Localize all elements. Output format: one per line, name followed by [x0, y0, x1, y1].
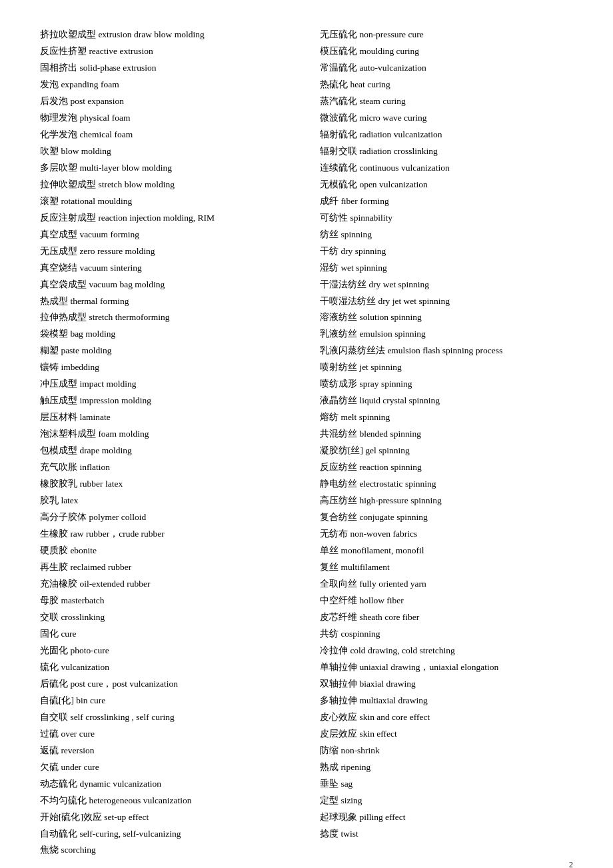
- list-item: 硫化 vulcanization: [40, 659, 293, 676]
- list-item: 凝胶纺[丝] gel spinning: [320, 443, 573, 459]
- list-item: 橡胶胶乳 rubber latex: [40, 476, 293, 493]
- list-item: 蒸汽硫化 steam curing: [320, 93, 573, 110]
- list-item: 共混纺丝 blended spinning: [320, 426, 573, 443]
- list-item: 镶铸 imbedding: [40, 359, 293, 376]
- list-item: 充气吹胀 inflation: [40, 459, 293, 476]
- list-item: 后硫化 post cure，post vulcanization: [40, 676, 293, 693]
- list-item: 熟成 ripening: [320, 759, 573, 776]
- list-item: 返硫 reversion: [40, 743, 293, 759]
- list-item: 糊塑 paste molding: [40, 343, 293, 359]
- list-item: 吹塑 blow molding: [40, 143, 293, 160]
- list-item: 自动硫化 self-curing, self-vulcanizing: [40, 826, 293, 843]
- list-item: 真空袋成型 vacuum bag molding: [40, 277, 293, 293]
- list-item: 开始[硫化]效应 set-up effect: [40, 809, 293, 826]
- list-item: 过硫 over cure: [40, 726, 293, 743]
- list-item: 成纤 fiber forming: [320, 193, 573, 210]
- list-item: 泡沫塑料成型 foam molding: [40, 426, 293, 443]
- list-item: 发泡 expanding foam: [40, 77, 293, 93]
- list-item: 喷纺成形 spray spinning: [320, 376, 573, 393]
- list-item: 充油橡胶 oil-extended rubber: [40, 576, 293, 593]
- list-item: 真空烧结 vacuum sintering: [40, 260, 293, 277]
- list-item: 拉伸热成型 stretch thermoforming: [40, 309, 293, 326]
- list-item: 辐射硫化 radiation vulcanization: [320, 127, 573, 143]
- list-item: 定型 sizing: [320, 793, 573, 809]
- list-item: 多层吹塑 multi-layer blow molding: [40, 160, 293, 177]
- list-item: 触压成型 impression molding: [40, 393, 293, 409]
- list-item: 单丝 monofilament, monofil: [320, 543, 573, 559]
- list-item: 干纺 dry spinning: [320, 243, 573, 260]
- list-item: 交联 crosslinking: [40, 609, 293, 626]
- list-item: 捻度 twist: [320, 826, 573, 843]
- list-item: 乳液纺丝 emulsion spinning: [320, 326, 573, 343]
- list-item: 动态硫化 dynamic vulcanization: [40, 776, 293, 793]
- list-item: 喷射纺丝 jet spinning: [320, 359, 573, 376]
- list-item: 焦烧 scorching: [40, 842, 293, 859]
- list-item: 再生胶 reclaimed rubber: [40, 559, 293, 576]
- list-item: 干喷湿法纺丝 dry jet wet spinning: [320, 293, 573, 310]
- list-item: 滚塑 rotational moulding: [40, 193, 293, 210]
- list-item: 垂坠 sag: [320, 776, 573, 793]
- list-item: 皮层效应 skin effect: [320, 726, 573, 743]
- page-number: 2: [569, 857, 573, 868]
- list-item: 起球现象 pilling effect: [320, 809, 573, 826]
- list-item: 辐射交联 radiation crosslinking: [320, 143, 573, 160]
- list-item: 干湿法纺丝 dry wet spinning: [320, 277, 573, 293]
- list-item: 包模成型 drape molding: [40, 443, 293, 459]
- list-item: 后发泡 post expansion: [40, 93, 293, 110]
- list-item: 物理发泡 physical foam: [40, 110, 293, 127]
- list-item: 多轴拉伸 multiaxial drawing: [320, 693, 573, 709]
- list-item: 无压成型 zero ressure molding: [40, 243, 293, 260]
- list-item: 液晶纺丝 liquid crystal spinning: [320, 393, 573, 409]
- list-item: 反应注射成型 reaction injection molding, RIM: [40, 210, 293, 227]
- list-item: 常温硫化 auto-vulcanization: [320, 60, 573, 77]
- list-item: 欠硫 under cure: [40, 759, 293, 776]
- list-item: 皮芯纤维 sheath core fiber: [320, 609, 573, 626]
- list-item: 单轴拉伸 uniaxial drawing，uniaxial elongatio…: [320, 659, 573, 676]
- list-item: 化学发泡 chemical foam: [40, 127, 293, 143]
- list-item: 母胶 masterbatch: [40, 593, 293, 609]
- list-item: 纺丝 spinning: [320, 227, 573, 243]
- list-item: 静电纺丝 electrostatic spinning: [320, 476, 573, 493]
- list-item: 复合纺丝 conjugate spinning: [320, 509, 573, 526]
- list-item: 中空纤维 hollow fiber: [320, 593, 573, 609]
- list-item: 不均匀硫化 heterogeneous vulcanization: [40, 793, 293, 809]
- list-item: 反应纺丝 reaction spinning: [320, 459, 573, 476]
- list-item: 固化 cure: [40, 626, 293, 643]
- list-item: 反应性挤塑 reactive extrusion: [40, 43, 293, 60]
- list-item: 高压纺丝 high-pressure spinning: [320, 493, 573, 509]
- list-item: 挤拉吹塑成型 extrusion draw blow molding: [40, 27, 293, 43]
- list-item: 连续硫化 continuous vulcanization: [320, 160, 573, 177]
- list-item: 湿纺 wet spinning: [320, 260, 573, 277]
- list-item: 袋模塑 bag molding: [40, 326, 293, 343]
- list-item: 真空成型 vacuum forming: [40, 227, 293, 243]
- list-item: 可纺性 spinnability: [320, 210, 573, 227]
- list-item: 皮心效应 skin and core effect: [320, 709, 573, 726]
- page-container: 挤拉吹塑成型 extrusion draw blow molding反应性挤塑 …: [40, 27, 573, 859]
- content-columns: 挤拉吹塑成型 extrusion draw blow molding反应性挤塑 …: [40, 27, 573, 859]
- list-item: 熔纺 melt spinning: [320, 409, 573, 426]
- list-item: 微波硫化 micro wave curing: [320, 110, 573, 127]
- list-item: 冷拉伸 cold drawing, cold stretching: [320, 643, 573, 659]
- list-item: 热硫化 heat curing: [320, 77, 573, 93]
- list-item: 防缩 non-shrink: [320, 743, 573, 759]
- list-item: 光固化 photo-cure: [40, 643, 293, 659]
- list-item: 层压材料 laminate: [40, 409, 293, 426]
- list-item: 固相挤出 solid-phase extrusion: [40, 60, 293, 77]
- list-item: 无模硫化 open vulcanization: [320, 177, 573, 193]
- list-item: 拉伸吹塑成型 stretch blow molding: [40, 177, 293, 193]
- left-column: 挤拉吹塑成型 extrusion draw blow molding反应性挤塑 …: [40, 27, 306, 859]
- right-column: 无压硫化 non-pressure cure模压硫化 moulding curi…: [306, 27, 573, 859]
- list-item: 无纺布 non-woven fabrics: [320, 526, 573, 543]
- list-item: 无压硫化 non-pressure cure: [320, 27, 573, 43]
- list-item: 热成型 thermal forming: [40, 293, 293, 310]
- list-item: 复丝 multifilament: [320, 559, 573, 576]
- list-item: 双轴拉伸 biaxial drawing: [320, 676, 573, 693]
- list-item: 模压硫化 moulding curing: [320, 43, 573, 60]
- list-item: 乳液闪蒸纺丝法 emulsion flash spinning process: [320, 343, 573, 359]
- list-item: 硬质胶 ebonite: [40, 543, 293, 559]
- list-item: 生橡胶 raw rubber，crude rubber: [40, 526, 293, 543]
- list-item: 共纺 cospinning: [320, 626, 573, 643]
- list-item: 高分子胶体 polymer colloid: [40, 509, 293, 526]
- list-item: 自交联 self crosslinking , self curing: [40, 709, 293, 726]
- list-item: 溶液纺丝 solution spinning: [320, 309, 573, 326]
